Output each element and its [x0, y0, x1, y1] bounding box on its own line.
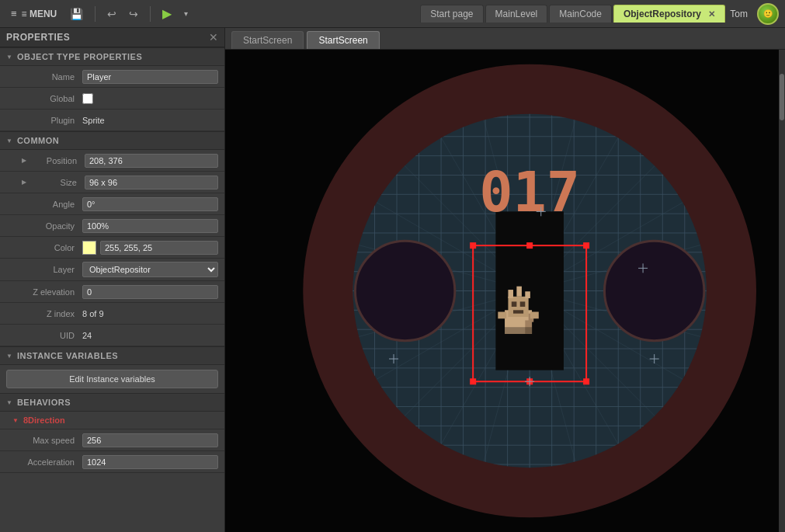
behavior-arrow: ▼: [12, 417, 19, 424]
prop-color-input[interactable]: [100, 241, 218, 255]
editor-tab-label-2: StartScreen: [318, 35, 367, 46]
prop-size-row: ▶ Size: [0, 172, 224, 193]
prop-zelevation-row: Z elevation: [0, 281, 224, 303]
instance-variables-content: Edit Instance variables: [0, 365, 224, 393]
size-expand-arrow: ▶: [22, 179, 26, 186]
menu-label: ≡ MENU: [22, 9, 57, 19]
object-type-props-content: Name Global Plugin Sprite: [0, 66, 224, 131]
edit-instance-vars-button[interactable]: Edit Instance variables: [6, 370, 218, 388]
avatar-icon: 🙂: [763, 9, 773, 18]
user-avatar[interactable]: 🙂: [757, 3, 779, 25]
editor-canvas: [225, 50, 785, 532]
prop-uid-label: UID: [12, 331, 82, 340]
prop-maxspeed-label: Max speed: [12, 436, 82, 445]
editor-tab-startscreen-1[interactable]: StartScreen: [231, 31, 304, 49]
tab-start-page[interactable]: Start page: [420, 5, 483, 23]
editor-scrollbar[interactable]: [779, 50, 785, 532]
prop-zelevation-input[interactable]: [82, 285, 218, 299]
prop-zelevation-label: Z elevation: [12, 287, 82, 297]
editor-tab-bar: StartScreen StartScreen: [225, 28, 785, 50]
prop-opacity-input[interactable]: [82, 219, 218, 233]
color-swatch[interactable]: [82, 241, 96, 255]
tab-main-code[interactable]: MainCode: [549, 5, 612, 23]
prop-uid-row: UID 24: [0, 325, 224, 346]
prop-plugin-value: Sprite: [82, 116, 218, 125]
redo-button[interactable]: ↪: [125, 5, 142, 23]
prop-angle-row: Angle: [0, 193, 224, 215]
game-canvas[interactable]: [225, 50, 779, 532]
panel-header: PROPERTIES ✕: [0, 28, 224, 47]
prop-acceleration-label: Acceleration: [12, 457, 82, 467]
prop-global-row: Global: [0, 88, 224, 110]
panel-title: PROPERTIES: [6, 32, 70, 43]
behavior-name: 8Direction: [23, 416, 65, 425]
prop-opacity-label: Opacity: [12, 221, 82, 231]
panel-body: ▼ OBJECT TYPE PROPERTIES Name Global Plu…: [0, 47, 224, 532]
prop-zindex-row: Z index 8 of 9: [0, 303, 224, 325]
prop-zindex-label: Z index: [12, 309, 82, 318]
behaviors-content: ▼ 8Direction Max speed Acceleration: [0, 412, 224, 476]
menu-icon: ≡: [11, 8, 17, 19]
section-common[interactable]: ▼ COMMON: [0, 131, 224, 150]
prop-angle-input[interactable]: [82, 197, 218, 211]
prop-position-input[interactable]: [85, 154, 218, 168]
section-instance-variables[interactable]: ▼ INSTANCE VARIABLES: [0, 346, 224, 365]
tab-close-object-repository[interactable]: ✕: [708, 9, 715, 19]
game-view[interactable]: [225, 50, 785, 532]
section-object-type-props[interactable]: ▼ OBJECT TYPE PROPERTIES: [0, 47, 224, 66]
prop-global-checkbox[interactable]: [82, 93, 93, 104]
editor-tab-label-1: StartScreen: [243, 35, 292, 46]
editor-area: StartScreen StartScreen: [225, 28, 785, 532]
prop-layer-row: Layer ObjectRepositor: [0, 259, 224, 281]
common-content: ▶ Position ▶ Size Angle Opacity: [0, 150, 224, 346]
tab-object-repository[interactable]: ObjectRepository ✕: [613, 5, 725, 23]
prop-global-label: Global: [12, 94, 82, 103]
tab-label-main-level: MainLevel: [495, 9, 538, 19]
prop-position-row: ▶ Position: [0, 150, 224, 172]
prop-plugin-label: Plugin: [12, 116, 82, 125]
prop-layer-select[interactable]: ObjectRepositor: [82, 262, 218, 277]
prop-size-input[interactable]: [85, 176, 218, 190]
play-dropdown-button[interactable]: ▾: [180, 7, 192, 20]
section-arrow-beh: ▼: [6, 399, 12, 406]
panel-close-button[interactable]: ✕: [209, 31, 218, 43]
behavior-8direction[interactable]: ▼ 8Direction: [0, 412, 224, 429]
section-title-common: COMMON: [17, 136, 59, 145]
prop-acceleration-input[interactable]: [82, 455, 218, 469]
undo-button[interactable]: ↩: [103, 5, 120, 23]
menu-button[interactable]: ≡ ≡ MENU: [6, 6, 61, 21]
prop-opacity-row: Opacity: [0, 215, 224, 237]
prop-layer-label: Layer: [12, 265, 82, 274]
prop-maxspeed-input[interactable]: [82, 433, 218, 447]
tab-label-start-page: Start page: [430, 9, 473, 19]
scrollbar-thumb[interactable]: [780, 74, 784, 120]
prop-plugin-row: Plugin Sprite: [0, 110, 224, 131]
section-title-iv: INSTANCE VARIABLES: [17, 351, 118, 360]
position-expand-arrow: ▶: [22, 157, 26, 164]
tab-label-main-code: MainCode: [559, 9, 602, 19]
prop-position-label: Position: [30, 156, 85, 165]
prop-acceleration-row: Acceleration: [0, 451, 224, 473]
section-title-otp: OBJECT TYPE PROPERTIES: [17, 52, 142, 61]
section-behaviors[interactable]: ▼ BEHAVIORS: [0, 393, 224, 412]
play-button[interactable]: ▶: [158, 4, 175, 23]
section-arrow-iv: ▼: [6, 353, 12, 360]
tab-main-level[interactable]: MainLevel: [485, 5, 548, 23]
main-toolbar: ≡ ≡ MENU 💾 ↩ ↪ ▶ ▾ Start page MainLevel …: [0, 0, 785, 28]
tab-label-object-repository: ObjectRepository: [623, 9, 701, 19]
properties-panel: PROPERTIES ✕ ▼ OBJECT TYPE PROPERTIES Na…: [0, 28, 225, 532]
prop-name-row: Name: [0, 66, 224, 88]
prop-name-input[interactable]: [82, 70, 218, 84]
prop-zindex-value: 8 of 9: [82, 309, 218, 318]
save-button[interactable]: 💾: [66, 5, 87, 23]
section-arrow-otp: ▼: [6, 54, 12, 61]
section-arrow-common: ▼: [6, 137, 12, 144]
prop-size-label: Size: [30, 178, 85, 187]
prop-uid-value: 24: [82, 331, 218, 340]
top-tab-bar: Start page MainLevel MainCode ObjectRepo…: [420, 5, 725, 23]
prop-name-label: Name: [12, 72, 82, 82]
editor-tab-startscreen-2[interactable]: StartScreen: [307, 31, 379, 49]
section-title-beh: BEHAVIORS: [17, 398, 71, 407]
user-name-label: Tom: [730, 9, 748, 19]
prop-angle-label: Angle: [12, 200, 82, 209]
